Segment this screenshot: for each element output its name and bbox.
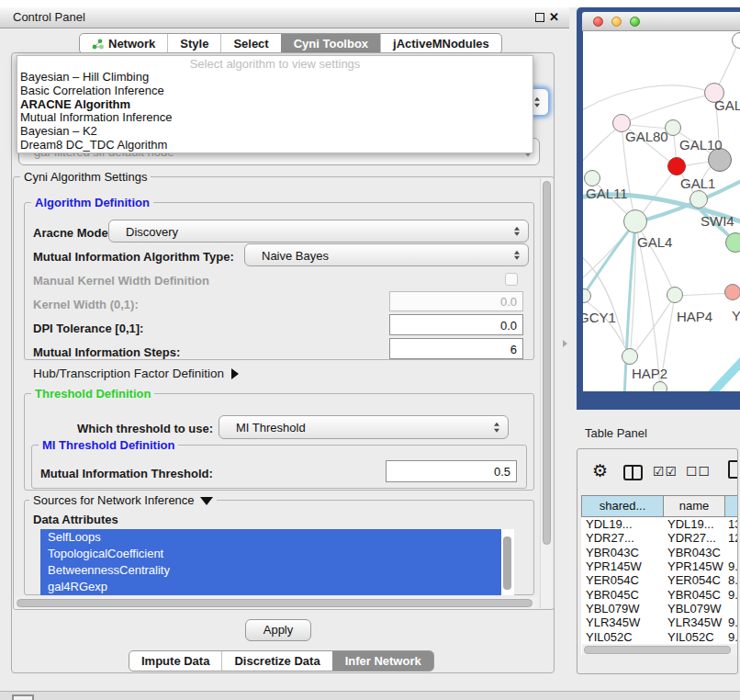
node-label-gal1: GAL1 xyxy=(680,175,715,191)
aracne-mode-label: Aracne Mode: xyxy=(33,226,112,240)
network-node-gal4[interactable] xyxy=(623,209,647,233)
minimize-traffic-light-icon[interactable] xyxy=(611,17,622,27)
table-rows[interactable]: YDL19...YDL19...13 YDR27...YDR27...12 YB… xyxy=(581,517,738,644)
control-panel-tab-bar: Network Style Select Cyni Toolbox jActiv… xyxy=(79,33,502,54)
tab-jactivemnodules[interactable]: jActiveMNodules xyxy=(380,34,501,53)
threshold-definition-title: Threshold Definition xyxy=(31,387,154,401)
column-header-partial[interactable] xyxy=(724,495,738,517)
tab-network[interactable]: Network xyxy=(80,34,167,53)
mi-steps-label: Mutual Information Steps: xyxy=(33,345,180,359)
status-strip xyxy=(0,691,740,700)
select-all-checkboxes-icon[interactable]: ☑☑ xyxy=(653,464,678,479)
control-panel-titlebar[interactable]: Control Panel ✕ xyxy=(0,7,569,28)
table-row: YDL19...YDL19...13 xyxy=(581,517,738,531)
tab-impute-data[interactable]: Impute Data xyxy=(129,651,221,671)
algorithm-definition-title: Algorithm Definition xyxy=(31,196,153,209)
data-attributes-label: Data Attributes xyxy=(33,513,118,526)
network-window-titlebar[interactable] xyxy=(582,12,740,31)
dpi-tolerance-field[interactable]: 0.0 xyxy=(389,314,523,335)
table-row: YDR27...YDR27...12 xyxy=(581,531,738,545)
sources-group-title[interactable]: Sources for Network Inference xyxy=(29,493,217,507)
network-node[interactable] xyxy=(724,284,740,300)
panel-splitter-handle[interactable] xyxy=(563,340,567,347)
network-node[interactable] xyxy=(725,232,740,253)
tab-style[interactable]: Style xyxy=(167,34,220,53)
network-node[interactable] xyxy=(690,190,708,209)
node-label: GAL xyxy=(714,97,740,113)
column-selector-icon[interactable] xyxy=(623,465,643,480)
column-header-shared-name[interactable]: shared... xyxy=(581,495,664,517)
manual-kernel-width-checkbox[interactable] xyxy=(505,273,518,286)
node-label-gal11: GAL11 xyxy=(586,186,628,201)
attribute-item-gal4rgexp[interactable]: gal4RGexp xyxy=(40,579,501,595)
mi-steps-field[interactable]: 6 xyxy=(389,338,523,359)
dropdown-item-mutual-information[interactable]: Mutual Information Inference xyxy=(17,111,533,125)
network-node-gal11[interactable] xyxy=(584,170,600,186)
dropdown-item-dream8[interactable]: Dream8 DC_TDC Algorithm xyxy=(17,139,533,152)
control-panel-title: Control Panel xyxy=(13,7,85,28)
data-attributes-list[interactable]: SelfLoops TopologicalCoefficient Between… xyxy=(40,529,514,595)
dropdown-item-basic-correlation[interactable]: Basic Correlation Inference xyxy=(17,85,533,98)
network-node[interactable] xyxy=(653,381,667,391)
settings-horizontal-scrollbar[interactable] xyxy=(15,597,538,609)
mi-threshold-field[interactable]: 0.5 xyxy=(386,460,517,482)
gear-icon[interactable]: ⚙ xyxy=(592,460,608,481)
column-header-name[interactable]: name xyxy=(663,495,725,517)
close-traffic-light-icon[interactable] xyxy=(593,17,603,27)
node-label-swi4: SWI4 xyxy=(701,213,734,229)
desktop-background xyxy=(0,0,740,7)
tab-infer-network[interactable]: Infer Network xyxy=(332,651,433,671)
kernel-width-field[interactable]: 0.0 xyxy=(389,291,523,311)
table-horizontal-scrollbar[interactable] xyxy=(582,644,738,655)
network-canvas[interactable]: GAL GAL80 GAL10 GAL1 GAL11 SWI4 GAL4 GCY… xyxy=(583,31,740,391)
float-window-icon[interactable] xyxy=(535,13,544,22)
aracne-mode-combo[interactable]: Discovery xyxy=(108,220,529,243)
cyni-settings-group-title: Cyni Algorithm Settings xyxy=(20,170,151,184)
combo-arrows-icon xyxy=(514,250,520,260)
table-row: YPR145WYPR145W9. xyxy=(581,559,738,573)
zoom-traffic-light-icon[interactable] xyxy=(630,17,640,27)
which-threshold-value: MI Threshold xyxy=(236,421,306,435)
hub-definition-expander[interactable]: Hub/Transcription Factor Definition xyxy=(33,367,239,380)
kernel-width-label: Kernel Width (0,1): xyxy=(33,298,139,311)
aracne-mode-value: Discovery xyxy=(126,224,178,238)
apply-button[interactable]: Apply xyxy=(245,619,311,641)
node-label-hap4: HAP4 xyxy=(677,309,712,324)
network-graph-icon xyxy=(92,39,104,50)
network-node-gal1-selected[interactable] xyxy=(667,157,686,175)
dropdown-item-bayesian-hill[interactable]: Bayesian – Hill Climbing xyxy=(17,71,533,85)
deselect-all-checkboxes-icon[interactable]: ☐☐ xyxy=(686,464,711,479)
attribute-item-selfloops[interactable]: SelfLoops xyxy=(40,529,501,546)
table-row: YBL079WYBL079W xyxy=(581,602,738,615)
network-node-hap2[interactable] xyxy=(622,348,638,365)
mi-algorithm-type-combo[interactable]: Naive Bayes xyxy=(244,243,529,266)
node-label-partial: Y xyxy=(732,308,740,323)
combo-arrows-icon xyxy=(534,97,540,107)
which-threshold-label: Which threshold to use: xyxy=(77,422,213,435)
close-icon[interactable]: ✕ xyxy=(549,10,559,24)
attribute-item-topological[interactable]: TopologicalCoefficient xyxy=(40,546,501,562)
tab-discretize-data[interactable]: Discretize Data xyxy=(221,651,331,671)
table-row: YBR043CYBR043C xyxy=(581,546,738,559)
attributes-list-scrollbar[interactable] xyxy=(501,529,514,595)
network-node-hap4[interactable] xyxy=(667,287,683,303)
tab-select[interactable]: Select xyxy=(220,34,280,53)
dropdown-item-aracne[interactable]: ARACNE Algorithm xyxy=(17,98,533,112)
node-label-hap2: HAP2 xyxy=(632,366,667,381)
table-panel: ⚙ ☑☑ ☐☐ shared... name YDL19...YDL19...1… xyxy=(577,448,738,674)
node-label-gal80: GAL80 xyxy=(625,129,668,144)
mi-algorithm-type-value: Naive Bayes xyxy=(262,248,329,262)
settings-vertical-scrollbar[interactable] xyxy=(540,178,552,608)
node-label-gcy1: GCY1 xyxy=(583,310,616,325)
attribute-item-betweenness[interactable]: BetweennessCentrality xyxy=(40,562,501,579)
tab-cyni-toolbox[interactable]: Cyni Toolbox xyxy=(281,34,380,53)
combo-arrows-icon xyxy=(514,226,520,236)
dropdown-item-bayesian-k2[interactable]: Bayesian – K2 xyxy=(17,125,533,139)
export-table-icon[interactable] xyxy=(728,460,738,479)
which-threshold-combo[interactable]: MI Threshold xyxy=(219,415,509,439)
minimized-panel-button[interactable] xyxy=(12,694,34,700)
collapse-triangle-icon[interactable] xyxy=(200,497,213,505)
algorithm-dropdown-popup: Select algorithm to view settings Bayesi… xyxy=(17,55,533,153)
mi-threshold-definition-title: MI Threshold Definition xyxy=(39,438,178,452)
expand-triangle-icon[interactable] xyxy=(231,368,239,379)
